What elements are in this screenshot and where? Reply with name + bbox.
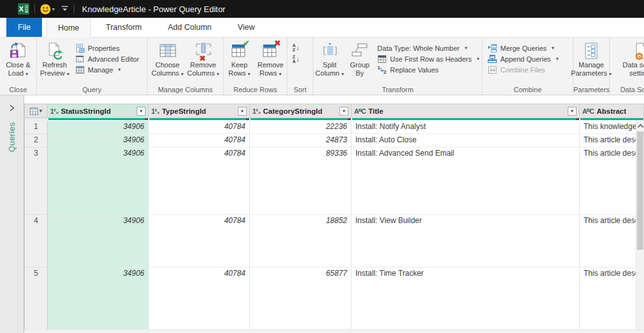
column-header-categorystringid[interactable]: 1²₃ CategoryStringId ▾ [250,104,352,118]
data-source-settings-button[interactable]: ⚙ Data source settings [619,39,644,77]
filter-button[interactable]: ▾ [238,107,247,116]
table-cell[interactable]: This article describ [580,215,644,268]
chevron-down-icon: ▾ [241,109,243,114]
chevron-down-icon: ▾ [118,67,121,72]
ribbon-group-close: Close & Load▾ Close [0,37,37,95]
choose-columns-button[interactable]: Choose Columns▾ [151,39,184,78]
table-cell[interactable]: 40784 [149,121,250,134]
table-cell[interactable]: 34906 [48,215,149,268]
table-cell[interactable]: 40784 [149,147,250,215]
button-label: Data Type: Whole Number [378,44,460,52]
horizontal-scrollbar[interactable] [24,329,644,333]
use-first-row-as-headers-button[interactable]: Use First Row as Headers ▾ [375,53,482,64]
svg-text:X: X [19,5,24,13]
properties-button[interactable]: Properties [72,43,142,53]
button-label: Replace Values [390,66,439,74]
select-all-button[interactable]: ▾ [25,104,48,118]
button-label: Combine Files [500,66,545,74]
table-cell[interactable]: 40784 [149,268,250,330]
button-label: Use First Row as Headers [390,55,472,63]
table-cell[interactable]: Install: Advanced Send Email [352,147,580,215]
filter-button[interactable]: ▾ [339,107,348,116]
table-cell[interactable]: This article describ [580,147,644,215]
table-cell[interactable]: 34906 [48,121,149,134]
table-cell[interactable]: Install: View Builder [352,215,580,268]
row-number[interactable]: 2 [25,134,48,147]
column-quality-bar[interactable] [352,118,580,121]
button-label: Columns [187,69,214,77]
button-label: settings [629,69,644,77]
append-queries-icon [488,55,497,64]
column-quality-bar[interactable] [149,118,250,121]
keep-rows-button[interactable]: ✔ Keep Rows▾ [225,39,254,78]
table-cell[interactable]: 24873 [250,134,352,147]
row-number[interactable]: 5 [25,268,48,330]
table-cell[interactable]: 40784 [149,215,250,268]
scrollbar-thumb[interactable] [637,132,643,250]
table-row: 3 34906 40784 89336 Install: Advanced Se… [25,147,644,215]
tab-view[interactable]: View [227,18,266,37]
combine-files-icon [488,65,497,74]
tab-file[interactable]: File [6,18,42,37]
button-label: Append Queries [500,55,551,63]
row-number[interactable]: 1 [25,121,48,134]
column-name: Abstract [596,107,626,115]
chevron-down-icon: ▾ [465,45,467,51]
column-header-abstract[interactable]: AᴮC Abstract [580,104,644,118]
column-quality-bar[interactable] [250,118,352,121]
sort-descending-button[interactable]: ZA ↓ [292,55,299,64]
queries-pane-label[interactable]: Queries [8,122,17,152]
column-header-typestringid[interactable]: 1²₃ TypeStringId ▾ [149,104,250,118]
feedback-smiley-button[interactable]: ▾ [40,4,55,15]
data-type-button[interactable]: Data Type: Whole Number ▾ [375,43,482,53]
filter-button[interactable]: ▾ [568,107,577,116]
row-number[interactable]: 4 [25,215,48,268]
remove-rows-button[interactable]: ✖ Remove Rows▾ [256,39,286,78]
tab-home[interactable]: Home [46,18,90,37]
manage-button[interactable]: Manage ▾ [72,64,142,75]
table-cell[interactable]: 34906 [48,147,149,215]
vertical-scrollbar[interactable] [636,120,644,329]
gear-icon: ⚙ [635,51,643,61]
table-cell[interactable]: Install: Time Tracker [352,268,580,330]
close-and-load-button[interactable]: Close & Load▾ [2,39,35,78]
table-cell[interactable]: This article describ [580,268,644,330]
column-quality-row [25,118,644,121]
table-cell[interactable]: This article describ [580,134,644,147]
manage-parameters-button[interactable]: Manage Parameters▾ [573,39,609,78]
table-cell[interactable]: 65877 [250,268,352,330]
chevron-down-icon: ▾ [571,109,573,114]
column-header-statusstringid[interactable]: 1²₃ StatusStringId ▾ [48,104,149,118]
table-cell[interactable]: 89336 [250,147,352,215]
replace-values-button[interactable]: 1↳2 Replace Values [375,64,482,75]
sort-ascending-button[interactable]: AZ ↓ [292,43,299,52]
column-quality-bar[interactable] [580,118,644,121]
table-cell[interactable]: 34906 [48,268,149,330]
combine-files-button[interactable]: Combine Files [485,64,561,75]
table-cell[interactable]: 34906 [48,134,149,147]
column-quality-bar[interactable] [48,118,149,121]
advanced-editor-button[interactable]: Advanced Editor [72,53,142,64]
table-cell[interactable]: 22236 [250,121,352,134]
table-cell[interactable]: 18852 [250,215,352,268]
tab-add-column[interactable]: Add Column [157,18,223,37]
table-cell[interactable]: 40784 [149,134,250,147]
refresh-preview-button[interactable]: Refresh Preview▾ [37,39,72,78]
tab-transform[interactable]: Transform [95,18,153,37]
split-column-button[interactable]: Split Column▾ [313,39,346,78]
table-cell[interactable]: Install: Notify Analyst [352,121,580,134]
scroll-up-button[interactable] [636,120,644,131]
remove-columns-button[interactable]: ✖ Remove Columns▾ [187,39,220,78]
merge-queries-icon [488,44,497,53]
group-by-button[interactable]: Group By [346,39,374,77]
sort-za-icon: ZA [292,55,296,64]
row-number[interactable]: 3 [25,147,48,215]
append-queries-button[interactable]: Append Queries ▾ [485,53,561,64]
table-cell[interactable]: Install: Auto Close [352,134,580,147]
column-header-title[interactable]: AᴮC Title ▾ [352,104,580,118]
filter-button[interactable]: ▾ [137,107,146,116]
quick-access-toolbar-dropdown[interactable] [61,6,69,12]
merge-queries-button[interactable]: Merge Queries ▾ [485,43,561,53]
table-cell[interactable]: This knowledge art [580,121,644,134]
expand-queries-pane-button[interactable] [8,104,15,112]
